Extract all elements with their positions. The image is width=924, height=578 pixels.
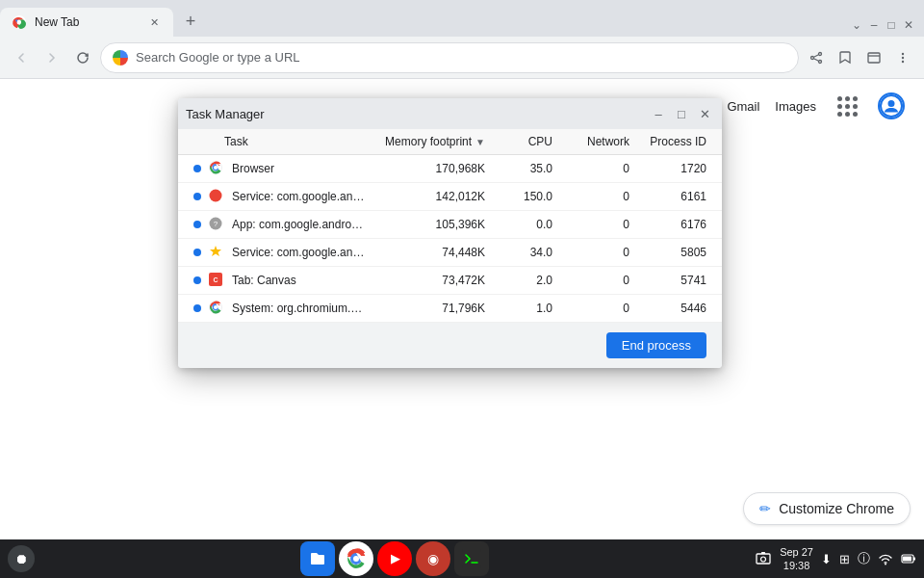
system-icon[interactable]: ⏺ xyxy=(8,545,35,572)
task-manager-dialog: Task Manager – □ ✕ Task Memory footprint… xyxy=(178,98,722,368)
sort-arrow-icon: ▼ xyxy=(475,137,485,147)
tab-close-button[interactable]: ✕ xyxy=(146,14,162,30)
row-cpu: 0.0 xyxy=(485,218,552,231)
svg-point-3 xyxy=(819,60,822,63)
date: Sep 27 xyxy=(780,545,813,559)
customize-chrome-button[interactable]: ✏ Customize Chrome xyxy=(743,492,911,525)
task-manager-footer: End process xyxy=(178,323,722,368)
tm-close-button[interactable]: ✕ xyxy=(695,104,714,123)
row-cpu: 1.0 xyxy=(485,302,552,315)
bookmark-button[interactable] xyxy=(832,44,859,71)
row-name: System: org.chromium.… xyxy=(232,302,370,315)
row-indicator xyxy=(193,221,201,228)
maximize-button[interactable]: □ xyxy=(884,17,899,33)
tm-maximize-button[interactable]: □ xyxy=(672,104,691,123)
svg-marker-18 xyxy=(210,246,221,256)
row-pid: 5741 xyxy=(629,274,706,287)
close-button[interactable]: ✕ xyxy=(901,17,916,33)
bookmark-icon xyxy=(837,50,853,66)
row-network: 0 xyxy=(552,162,629,175)
avatar-icon xyxy=(880,94,903,118)
address-bar[interactable]: Search Google or type a URL xyxy=(100,42,799,73)
google-logo xyxy=(113,50,128,66)
app4-icon[interactable]: ◉ xyxy=(416,541,450,576)
minimize-button[interactable]: – xyxy=(866,17,882,33)
row-network: 0 xyxy=(552,246,629,259)
svg-line-5 xyxy=(814,54,819,57)
date-time: Sep 27 19:38 xyxy=(780,545,813,573)
chrome-process-icon xyxy=(209,161,222,174)
red-process-icon xyxy=(209,189,222,202)
images-link[interactable]: Images xyxy=(775,99,816,114)
wifi-icon[interactable] xyxy=(878,551,893,566)
reload-button[interactable] xyxy=(69,44,96,71)
row-indicator xyxy=(193,165,201,172)
chrome-app-icon[interactable] xyxy=(339,541,373,576)
svg-point-14 xyxy=(214,166,218,170)
tab-search-icon xyxy=(866,50,882,66)
svg-point-10 xyxy=(902,56,904,58)
row-memory: 73,472K xyxy=(370,274,485,287)
address-text: Search Google or type a URL xyxy=(136,50,786,65)
new-tab-button[interactable]: + xyxy=(177,8,204,35)
row-pid: 5446 xyxy=(629,302,706,315)
taskbar-center: ▶ ◉ xyxy=(42,541,747,576)
forward-icon xyxy=(44,50,60,66)
apps-icon[interactable]: ⊞ xyxy=(839,552,850,566)
terminal-app-icon[interactable] xyxy=(454,541,489,576)
table-row[interactable]: Browser 170,968K 35.0 0 1720 xyxy=(178,155,722,183)
svg-text:C: C xyxy=(213,276,218,283)
screenshot-icon[interactable] xyxy=(755,550,772,567)
active-tab[interactable]: New Tab ✕ xyxy=(0,8,173,37)
battery-icon[interactable] xyxy=(901,551,916,566)
table-header-row: Task Memory footprint ▼ CPU Network Proc… xyxy=(178,129,722,155)
files-app-icon[interactable] xyxy=(300,541,335,576)
row-memory: 105,396K xyxy=(370,218,485,231)
apps-grid-icon xyxy=(837,96,858,117)
menu-button[interactable] xyxy=(889,44,916,71)
table-row[interactable]: C Tab: Canvas 73,472K 2.0 0 5741 xyxy=(178,267,722,295)
row-pid: 5805 xyxy=(629,246,706,259)
share-icon xyxy=(808,50,824,66)
col-header-cpu[interactable]: CPU xyxy=(485,135,552,148)
row-name: Service: com.google.an… xyxy=(232,190,370,203)
download-icon[interactable]: ⬇ xyxy=(821,552,832,566)
avatar[interactable] xyxy=(878,92,905,119)
canvas-process-icon: C xyxy=(209,273,222,286)
back-button[interactable] xyxy=(8,44,35,71)
tab-bar-overflow-button[interactable]: ⌄ xyxy=(849,17,864,33)
content-area: Gmail Images xyxy=(0,79,924,578)
row-name: Browser xyxy=(232,162,370,175)
info-icon[interactable]: ⓘ xyxy=(858,550,870,567)
col-header-task[interactable]: Task xyxy=(224,135,370,148)
row-name: Tab: Canvas xyxy=(232,274,370,287)
row-memory: 74,448K xyxy=(370,246,485,259)
table-body: Browser 170,968K 35.0 0 1720 Service: co… xyxy=(178,155,722,323)
svg-point-9 xyxy=(902,52,904,54)
end-process-button[interactable]: End process xyxy=(606,332,706,358)
taskbar-right: Sep 27 19:38 ⬇ ⊞ ⓘ xyxy=(755,545,916,573)
share-button[interactable] xyxy=(803,44,830,71)
svg-point-30 xyxy=(885,564,886,565)
col-header-network[interactable]: Network xyxy=(552,135,629,148)
forward-button[interactable] xyxy=(38,44,65,71)
svg-point-29 xyxy=(761,557,766,562)
row-memory: 170,968K xyxy=(370,162,485,175)
table-row[interactable]: System: org.chromium.… 71,796K 1.0 0 544… xyxy=(178,295,722,323)
task-manager-title: Task Manager xyxy=(186,107,265,121)
row-icon xyxy=(209,161,224,176)
edit-icon: ✏ xyxy=(759,501,771,516)
row-network: 0 xyxy=(552,274,629,287)
tm-minimize-button[interactable]: – xyxy=(649,104,668,123)
table-row[interactable]: Service: com.google.an… 74,448K 34.0 0 5… xyxy=(178,239,722,267)
table-row[interactable]: Service: com.google.an… 142,012K 150.0 0… xyxy=(178,183,722,211)
row-pid: 6176 xyxy=(629,218,706,231)
gmail-link[interactable]: Gmail xyxy=(727,99,759,114)
col-header-pid[interactable]: Process ID xyxy=(629,135,706,148)
ytmusic-app-icon[interactable]: ▶ xyxy=(377,541,412,576)
tab-bar: New Tab ✕ + ⌄ – □ ✕ xyxy=(0,0,924,37)
google-apps-button[interactable] xyxy=(832,91,862,121)
table-row[interactable]: ? App: com.google.andro… 105,396K 0.0 0 … xyxy=(178,211,722,239)
tab-search-button[interactable] xyxy=(860,44,887,71)
col-header-memory[interactable]: Memory footprint ▼ xyxy=(370,135,485,148)
